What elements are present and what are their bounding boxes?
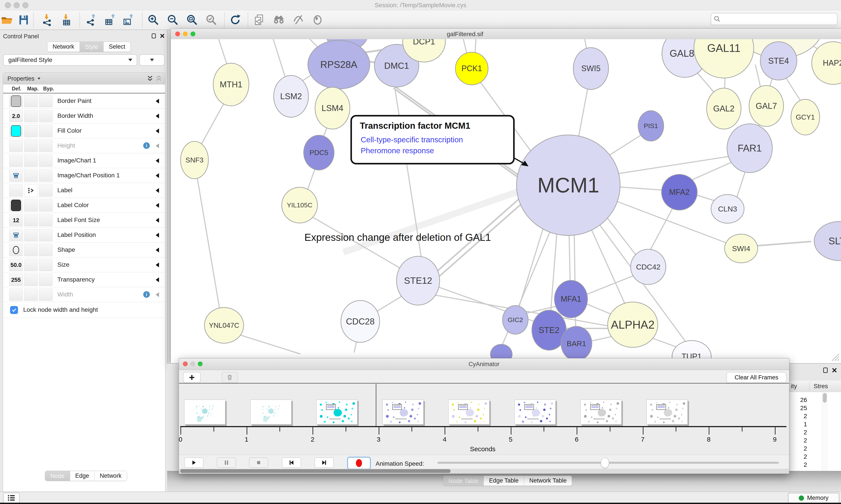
timeline-horizontal-scrollbar[interactable] [179,469,789,473]
expand-row-arrow-icon[interactable] [156,233,159,237]
tab-select[interactable]: Select [103,42,130,52]
tab-style[interactable]: Style [79,42,103,52]
table-cell-value[interactable]: 2 [789,437,807,444]
pause-button[interactable] [217,457,236,468]
network-node-pck1[interactable]: PCK1 [455,52,488,85]
network-node-rps28a[interactable]: RPS28A [307,40,370,89]
expand-row-arrow-icon[interactable] [156,128,159,133]
tab-network[interactable]: Network [94,471,127,481]
table-cell-value[interactable]: 2 [789,461,807,468]
default-value-cell[interactable]: 50.0 [9,259,23,271]
network-node-gal2[interactable]: GAL2 [706,88,741,129]
network-node-mth1[interactable]: MTH1 [213,63,249,106]
refresh-icon[interactable] [227,13,244,26]
property-row-label-color[interactable]: Label Color [3,198,165,213]
network-node-yil105c[interactable]: YIL105C [282,187,318,223]
expand-all-icon[interactable] [147,75,153,82]
bypass-cell[interactable] [39,110,53,122]
zoom-selected-icon[interactable] [203,13,220,26]
tab-node[interactable]: Node [45,471,70,481]
float-panel-icon[interactable] [151,33,157,39]
delete-frame-button[interactable] [222,372,238,383]
expand-row-arrow-icon[interactable] [156,203,159,208]
mapping-cell[interactable] [24,214,38,227]
frame-thumbnail-2[interactable] [316,399,357,425]
hide-details-icon[interactable] [290,13,307,26]
default-value-cell[interactable]: 255 [9,274,23,286]
network-node-swi4[interactable]: SWI4 [724,234,758,263]
table-cell-value[interactable]: 2 [789,453,807,460]
property-row-width[interactable]: Widthi [3,287,165,302]
network-node-cdc42[interactable]: CDC42 [630,249,666,285]
property-row-label-font-size[interactable]: 12Label Font Size [3,213,165,228]
task-history-button[interactable] [3,492,20,503]
default-value-cell[interactable] [9,289,23,301]
mapping-cell[interactable] [24,184,38,197]
minimize-window-icon[interactable] [183,32,188,36]
tab-network[interactable]: Network [47,42,79,52]
lock-size-checkbox[interactable] [10,306,18,314]
network-node-bar1[interactable]: BAR1 [561,326,592,361]
network-node-lsm4[interactable]: LSM4 [315,87,350,129]
frame-thumbnail-3[interactable] [382,399,424,425]
memory-button[interactable]: Memory [788,493,839,503]
property-row-border-paint[interactable]: Border Paint [3,93,165,109]
network-node-far1[interactable]: FAR1 [727,124,773,173]
frame-thumbnail-5[interactable] [515,399,556,425]
close-panel-icon[interactable] [159,33,165,39]
bypass-cell[interactable] [39,214,53,227]
import-network-icon[interactable] [39,13,56,26]
mapping-cell[interactable] [24,95,38,107]
expand-row-arrow-icon[interactable] [156,188,159,193]
table-cell-value[interactable]: 25 [789,404,807,412]
default-value-cell[interactable] [9,140,23,152]
mapping-cell[interactable] [24,155,38,167]
network-node-alpha2[interactable]: ALPHA2 [607,302,658,348]
default-value-cell[interactable] [9,184,23,197]
network-canvas[interactable]: RPS28ADMC1DCP1PCK1MTH1LSM2LSM4SNF3PDC5YI… [171,39,841,363]
default-value-cell[interactable] [9,169,23,182]
timeline-playhead[interactable] [376,384,376,426]
network-node-gic2[interactable]: GIC2 [502,305,529,335]
search-input[interactable] [723,16,837,23]
play-button[interactable] [184,457,203,468]
zoom-in-icon[interactable] [145,13,162,26]
tab-edge-table[interactable]: Edge Table [484,476,524,486]
network-node-gal7[interactable]: GAL7 [749,85,784,127]
scrollbar-thumb[interactable] [180,469,450,473]
default-value-cell[interactable] [9,155,23,167]
skip-to-end-button[interactable] [315,457,334,468]
property-row-transparency[interactable]: 255Transparency [3,272,165,287]
show-details-icon[interactable] [309,13,326,26]
mapping-cell[interactable] [24,244,38,256]
default-value-cell[interactable] [9,244,23,256]
close-panel-icon[interactable] [831,367,837,374]
close-window-icon[interactable] [175,32,180,36]
expand-row-arrow-icon[interactable] [156,158,159,163]
annotation-link[interactable]: Pheromone response [361,146,434,155]
bypass-cell[interactable] [39,274,53,286]
mapping-cell[interactable] [24,229,38,241]
expand-row-arrow-icon[interactable] [156,114,159,119]
expand-row-arrow-icon[interactable] [156,173,159,178]
expand-row-arrow-icon[interactable] [156,218,159,223]
collapse-all-icon[interactable] [156,75,162,82]
default-value-cell[interactable] [9,95,23,107]
frame-thumbnail-1[interactable] [250,399,291,425]
network-node-cdc28[interactable]: CDC28 [341,300,380,343]
bypass-cell[interactable] [39,244,53,256]
mapping-cell[interactable] [24,140,38,152]
table-cell-value[interactable]: 2 [789,429,807,436]
skip-to-start-button[interactable] [282,457,301,468]
tab-network-table[interactable]: Network Table [524,476,572,486]
bypass-cell[interactable] [39,199,53,212]
frame-thumbnail-6[interactable] [580,399,622,425]
bypass-cell[interactable] [39,169,53,182]
expand-row-arrow-icon[interactable] [156,248,159,252]
default-value-cell[interactable] [9,229,23,241]
stop-button[interactable] [249,457,268,468]
expand-row-arrow-icon[interactable] [156,99,159,104]
maximize-window-icon[interactable] [191,32,195,36]
network-node-mcm1[interactable]: MCM1 [516,134,621,236]
bypass-cell[interactable] [39,155,53,167]
